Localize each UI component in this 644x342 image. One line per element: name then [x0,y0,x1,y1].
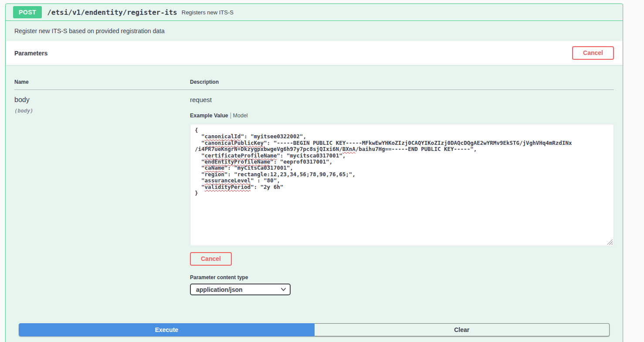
column-header-name: Name [14,69,190,90]
tab-example-value[interactable]: Example Value [190,113,230,119]
column-header-description: Description [190,69,614,90]
execute-button[interactable]: Execute [19,323,315,336]
endpoint-description: Register new ITS-S based on provided reg… [6,21,623,41]
tab-model[interactable]: Model [230,113,248,119]
request-body-editor[interactable]: { "canonicalId": "myitsee0322002", "cano… [190,124,614,246]
parameters-title: Parameters [14,50,47,57]
parameter-name: body [14,96,190,104]
operation-block: POST /etsi/v1/endentity/register-its Reg… [5,3,623,342]
endpoint-summary[interactable]: POST /etsi/v1/endentity/register-its Reg… [6,4,623,21]
endpoint-path: /etsi/v1/endentity/register-its [47,8,177,17]
model-tabs: Example Value Model [190,113,614,119]
content-type-label: Parameter content type [190,274,614,280]
execute-button-group: Execute Clear [19,323,610,336]
parameters-header: Parameters Cancel [6,41,623,65]
parameter-type: (body) [14,108,190,114]
cancel-tryout-button[interactable]: Cancel [572,46,614,60]
endpoint-summary-text: Registers new ITS-S [182,9,234,16]
parameter-row: body (body) request Example Value Model … [14,90,614,296]
parameters-table-container: Name Description body (body) request Exa… [6,65,623,342]
content-type-block: Parameter content type application/json [190,274,614,295]
cancel-body-button[interactable]: Cancel [190,252,232,266]
parameter-description: request [190,96,614,103]
resize-grip-icon[interactable] [607,239,613,245]
method-badge: POST [13,6,42,18]
content-type-select[interactable]: application/json [190,284,291,295]
clear-button[interactable]: Clear [315,323,610,336]
